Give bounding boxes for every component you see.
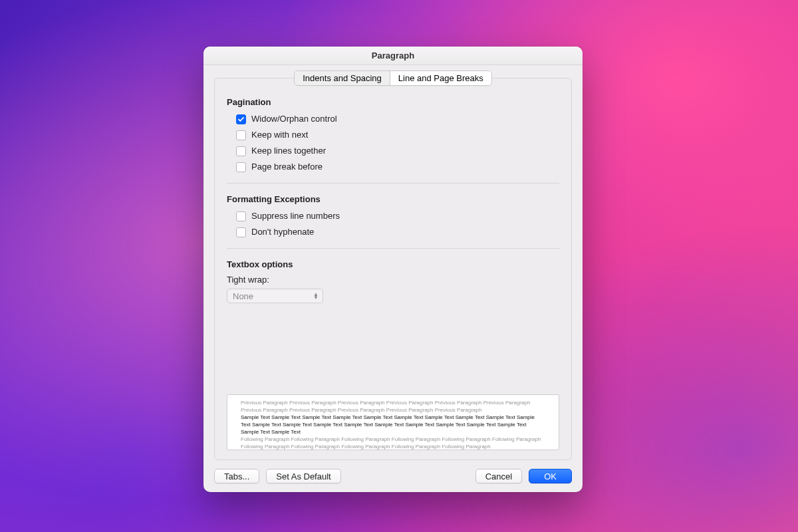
pagination-heading: Pagination xyxy=(227,97,559,107)
preview-previous-text: Previous Paragraph Previous Paragraph Pr… xyxy=(241,399,545,414)
chevron-updown-icon: ▲▼ xyxy=(313,293,319,299)
tab-bar: Indents and Spacing Line and Page Breaks xyxy=(214,70,572,86)
set-as-default-button[interactable]: Set As Default xyxy=(266,469,340,483)
paragraph-dialog: Paragraph Indents and Spacing Line and P… xyxy=(203,47,583,492)
segmented-control: Indents and Spacing Line and Page Breaks xyxy=(294,70,491,86)
option-dont-hyphenate[interactable]: Don't hyphenate xyxy=(227,224,559,240)
dialog-footer: Tabs... Set As Default Cancel OK xyxy=(203,460,583,492)
checkbox-widow-orphan[interactable] xyxy=(236,114,246,124)
checkbox-suppress-line-numbers[interactable] xyxy=(236,211,246,221)
checkbox-keep-with-next[interactable] xyxy=(236,130,246,140)
checkbox-keep-lines-together[interactable] xyxy=(236,146,246,156)
label-keep-lines-together: Keep lines together xyxy=(251,144,326,158)
label-page-break-before: Page break before xyxy=(251,160,323,174)
preview-following-text: Following Paragraph Following Paragraph … xyxy=(241,436,545,450)
paragraph-preview: Previous Paragraph Previous Paragraph Pr… xyxy=(227,394,559,450)
checkbox-dont-hyphenate[interactable] xyxy=(236,227,246,237)
tabs-button[interactable]: Tabs... xyxy=(214,469,259,483)
option-page-break-before[interactable]: Page break before xyxy=(227,159,559,175)
dialog-body: Indents and Spacing Line and Page Breaks… xyxy=(203,65,583,460)
label-keep-with-next: Keep with next xyxy=(251,128,308,142)
tight-wrap-label: Tight wrap: xyxy=(227,273,559,289)
cancel-button[interactable]: Cancel xyxy=(475,469,522,483)
tight-wrap-value: None xyxy=(233,291,253,301)
tab-indents-and-spacing[interactable]: Indents and Spacing xyxy=(295,71,390,85)
tight-wrap-select[interactable]: None ▲▼ xyxy=(227,289,323,303)
option-keep-lines-together[interactable]: Keep lines together xyxy=(227,143,559,159)
preview-container: Previous Paragraph Previous Paragraph Pr… xyxy=(227,394,559,450)
option-suppress-line-numbers[interactable]: Suppress line numbers xyxy=(227,208,559,224)
label-dont-hyphenate: Don't hyphenate xyxy=(251,225,314,239)
checkbox-page-break-before[interactable] xyxy=(236,162,246,172)
tab-line-and-page-breaks[interactable]: Line and Page Breaks xyxy=(390,71,491,85)
preview-sample-text: Sample Text Sample Text Sample Text Samp… xyxy=(241,414,545,436)
label-widow-orphan: Widow/Orphan control xyxy=(251,112,337,126)
option-keep-with-next[interactable]: Keep with next xyxy=(227,127,559,143)
formatting-exceptions-heading: Formatting Exceptions xyxy=(227,194,559,204)
dialog-title: Paragraph xyxy=(203,47,583,65)
divider-2 xyxy=(227,248,559,249)
tab-panel: Pagination Widow/Orphan control Keep wit… xyxy=(214,78,572,460)
textbox-options-heading: Textbox options xyxy=(227,259,559,269)
ok-button[interactable]: OK xyxy=(529,469,572,483)
label-suppress-line-numbers: Suppress line numbers xyxy=(251,209,340,223)
divider-1 xyxy=(227,183,559,184)
desktop-wallpaper: Paragraph Indents and Spacing Line and P… xyxy=(0,0,798,532)
option-widow-orphan[interactable]: Widow/Orphan control xyxy=(227,111,559,127)
